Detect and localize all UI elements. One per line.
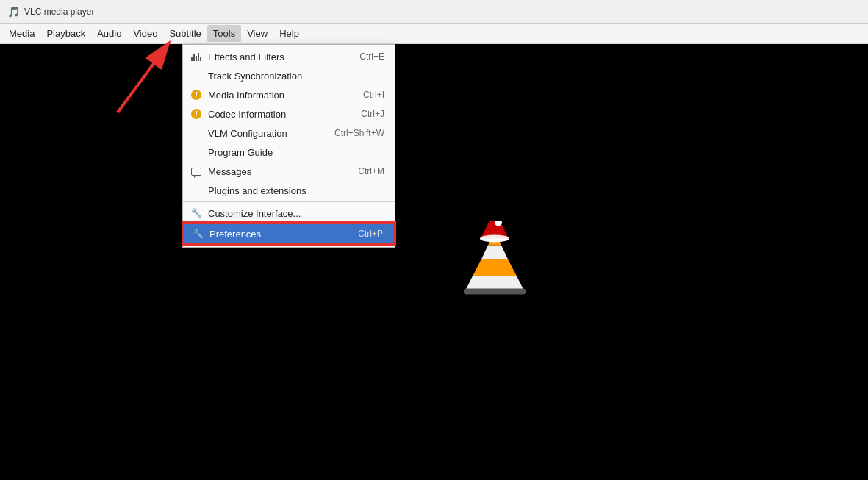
media-info-shortcut: Ctrl+I bbox=[363, 90, 384, 100]
menu-effects-filters[interactable]: Effects and Filters Ctrl+E bbox=[183, 47, 395, 66]
vlc-logo bbox=[462, 221, 528, 304]
menu-tools[interactable]: Tools bbox=[207, 25, 241, 42]
menu-subtitle[interactable]: Subtitle bbox=[163, 25, 207, 42]
menu-track-sync[interactable]: Track Synchronization bbox=[183, 66, 395, 85]
messages-icon bbox=[189, 165, 204, 177]
vlm-config-label: VLM Configuration bbox=[208, 128, 312, 139]
message-bubble-icon bbox=[191, 168, 201, 176]
svg-rect-5 bbox=[464, 288, 526, 294]
menu-vlm-config[interactable]: VLM Configuration Ctrl+Shift+W bbox=[183, 123, 395, 143]
codec-info-icon: i bbox=[189, 108, 204, 120]
program-guide-label: Program Guide bbox=[208, 147, 362, 158]
menu-messages[interactable]: Messages Ctrl+M bbox=[183, 162, 395, 181]
preferences-icon: 🔧 bbox=[190, 228, 205, 240]
codec-info-label: Codec Information bbox=[208, 109, 339, 120]
menu-audio[interactable]: Audio bbox=[91, 25, 127, 42]
svg-point-9 bbox=[481, 234, 509, 240]
plugins-icon bbox=[189, 185, 204, 196]
customize-icon: 🔧 bbox=[189, 207, 204, 219]
app-icon: 🎵 bbox=[7, 6, 20, 18]
menu-bar: Media Playback Audio Video Subtitle Tool… bbox=[0, 24, 868, 44]
separator bbox=[183, 201, 395, 202]
menu-preferences[interactable]: 🔧 Preferences Ctrl+P bbox=[183, 223, 395, 245]
menu-view[interactable]: View bbox=[241, 25, 273, 42]
info-circle-icon: i bbox=[191, 90, 201, 100]
menu-media-info[interactable]: i Media Information Ctrl+I bbox=[183, 85, 395, 104]
eq-icon bbox=[189, 51, 204, 62]
preferences-shortcut: Ctrl+P bbox=[358, 229, 383, 239]
vlm-config-shortcut: Ctrl+Shift+W bbox=[334, 128, 384, 138]
menu-video[interactable]: Video bbox=[127, 25, 163, 42]
title-bar: 🎵 VLC media player bbox=[0, 0, 868, 24]
messages-label: Messages bbox=[208, 166, 336, 177]
menu-codec-info[interactable]: i Codec Information Ctrl+J bbox=[183, 104, 395, 123]
program-guide-icon bbox=[189, 146, 204, 158]
menu-plugins[interactable]: Plugins and extensions bbox=[183, 181, 395, 200]
menu-help[interactable]: Help bbox=[273, 25, 305, 42]
svg-marker-1 bbox=[473, 259, 517, 276]
vlc-cone-svg bbox=[462, 221, 528, 301]
media-info-icon: i bbox=[189, 89, 204, 101]
codec-info-shortcut: Ctrl+J bbox=[361, 109, 384, 119]
svg-marker-2 bbox=[481, 245, 508, 259]
messages-shortcut: Ctrl+M bbox=[358, 166, 384, 176]
tools-dropdown: Effects and Filters Ctrl+E Track Synchro… bbox=[182, 44, 395, 248]
track-sync-icon bbox=[189, 70, 204, 82]
track-sync-label: Track Synchronization bbox=[208, 71, 362, 82]
customize-label: Customize Interface... bbox=[208, 208, 362, 219]
effects-filters-label: Effects and Filters bbox=[208, 51, 337, 62]
preferences-label: Preferences bbox=[209, 229, 336, 240]
effects-filters-shortcut: Ctrl+E bbox=[359, 51, 384, 62]
plugins-label: Plugins and extensions bbox=[208, 185, 362, 196]
menu-media[interactable]: Media bbox=[3, 25, 40, 42]
info-circle-icon-2: i bbox=[191, 109, 201, 119]
app-title: VLC media player bbox=[24, 7, 94, 17]
menu-playback[interactable]: Playback bbox=[40, 25, 91, 42]
menu-customize[interactable]: 🔧 Customize Interface... bbox=[183, 204, 395, 223]
media-info-label: Media Information bbox=[208, 90, 341, 101]
video-area bbox=[0, 44, 868, 480]
vlm-config-icon bbox=[189, 127, 204, 139]
menu-program-guide[interactable]: Program Guide bbox=[183, 143, 395, 162]
